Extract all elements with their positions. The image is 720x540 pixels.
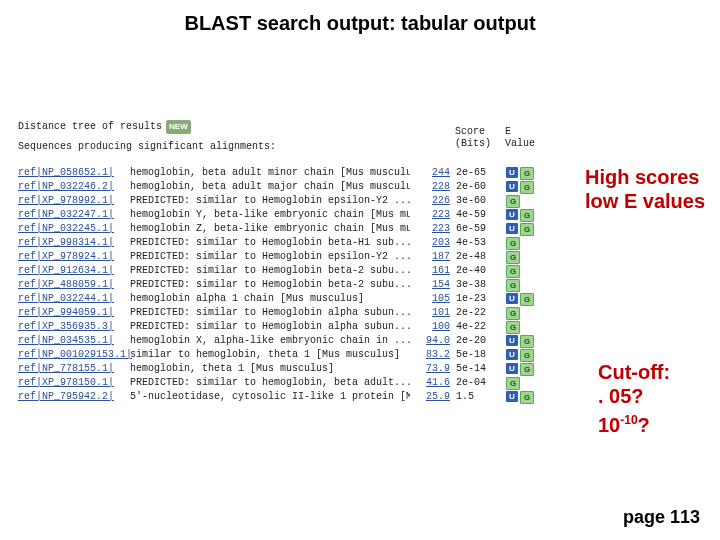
gene-icon[interactable]: G: [520, 223, 534, 236]
gene-icon[interactable]: G: [520, 391, 534, 404]
accession-link[interactable]: ref|XP_978150.1|: [18, 376, 130, 390]
table-row: ref|NP_778155.1|hemoglobin, theta 1 [Mus…: [18, 362, 578, 376]
e-value: 2e-40: [450, 264, 502, 278]
description: hemoglobin Y, beta-like embryonic chain …: [130, 208, 410, 222]
score-link[interactable]: 41.6: [410, 376, 450, 390]
description: hemoglobin X, alpha-like embryonic chain…: [130, 334, 410, 348]
table-row: ref|XP_978992.1|PREDICTED: similar to He…: [18, 194, 578, 208]
accession-link[interactable]: ref|NP_795942.2|: [18, 390, 130, 404]
gene-icon[interactable]: G: [520, 335, 534, 348]
score-link[interactable]: 226: [410, 194, 450, 208]
link-icons: G: [502, 195, 520, 208]
column-headers: Score E (Bits) Value: [455, 126, 545, 150]
accession-link[interactable]: ref|XP_978924.1|: [18, 250, 130, 264]
link-icons: UG: [502, 391, 534, 404]
score-link[interactable]: 101: [410, 306, 450, 320]
unigene-icon[interactable]: U: [506, 223, 518, 234]
header-eval1: E: [505, 126, 545, 138]
table-row: ref|NP_032247.1|hemoglobin Y, beta-like …: [18, 208, 578, 222]
gene-icon[interactable]: G: [520, 167, 534, 180]
gene-icon[interactable]: G: [506, 265, 520, 278]
e-value: 6e-59: [450, 222, 502, 236]
accession-link[interactable]: ref|NP_001029153.1|: [18, 348, 130, 362]
score-link[interactable]: 154: [410, 278, 450, 292]
accession-link[interactable]: ref|XP_978992.1|: [18, 194, 130, 208]
description: hemoglobin, theta 1 [Mus musculus]: [130, 362, 410, 376]
e-value: 2e-60: [450, 180, 502, 194]
score-link[interactable]: 73.9: [410, 362, 450, 376]
unigene-icon[interactable]: U: [506, 167, 518, 178]
score-link[interactable]: 25.9: [410, 390, 450, 404]
e-value: 1e-23: [450, 292, 502, 306]
gene-icon[interactable]: G: [506, 237, 520, 250]
description: hemoglobin alpha 1 chain [Mus musculus]: [130, 292, 410, 306]
page-number: page 113: [623, 507, 700, 528]
e-value: 5e-18: [450, 348, 502, 362]
score-link[interactable]: 83.2: [410, 348, 450, 362]
description: hemoglobin, beta adult major chain [Mus …: [130, 180, 410, 194]
link-icons: G: [502, 307, 520, 320]
score-link[interactable]: 244: [410, 166, 450, 180]
accession-link[interactable]: ref|NP_778155.1|: [18, 362, 130, 376]
unigene-icon[interactable]: U: [506, 293, 518, 304]
accession-link[interactable]: ref|NP_032244.1|: [18, 292, 130, 306]
gene-icon[interactable]: G: [506, 279, 520, 292]
accession-link[interactable]: ref|NP_058652.1|: [18, 166, 130, 180]
accession-link[interactable]: ref|XP_356935.3|: [18, 320, 130, 334]
link-icons: UG: [502, 293, 534, 306]
e-value: 1.5: [450, 390, 502, 404]
gene-icon[interactable]: G: [520, 293, 534, 306]
unigene-icon[interactable]: U: [506, 363, 518, 374]
gene-icon[interactable]: G: [506, 321, 520, 334]
accession-link[interactable]: ref|XP_912634.1|: [18, 264, 130, 278]
gene-icon[interactable]: G: [520, 209, 534, 222]
unigene-icon[interactable]: U: [506, 391, 518, 402]
unigene-icon[interactable]: U: [506, 181, 518, 192]
score-link[interactable]: 223: [410, 222, 450, 236]
link-icons: G: [502, 377, 520, 390]
description: PREDICTED: similar to Hemoglobin alpha s…: [130, 306, 410, 320]
gene-icon[interactable]: G: [506, 195, 520, 208]
table-row: ref|XP_978924.1|PREDICTED: similar to He…: [18, 250, 578, 264]
unigene-icon[interactable]: U: [506, 335, 518, 346]
description: PREDICTED: similar to Hemoglobin beta-2 …: [130, 264, 410, 278]
result-rows: ref|NP_058652.1|hemoglobin, beta adult m…: [18, 166, 578, 404]
accession-link[interactable]: ref|NP_032246.2|: [18, 180, 130, 194]
gene-icon[interactable]: G: [506, 251, 520, 264]
score-link[interactable]: 94.0: [410, 334, 450, 348]
score-link[interactable]: 203: [410, 236, 450, 250]
description: hemoglobin Z, beta-like embryonic chain …: [130, 222, 410, 236]
score-link[interactable]: 228: [410, 180, 450, 194]
description: similar to hemoglobin, theta 1 [Mus musc…: [130, 348, 410, 362]
link-icons: G: [502, 237, 520, 250]
description: PREDICTED: similar to Hemoglobin alpha s…: [130, 320, 410, 334]
score-link[interactable]: 100: [410, 320, 450, 334]
accession-link[interactable]: ref|NP_034535.1|: [18, 334, 130, 348]
description: PREDICTED: similar to Hemoglobin epsilon…: [130, 194, 410, 208]
ann-bottom-line1: Cut-off:: [598, 360, 670, 384]
link-icons: G: [502, 265, 520, 278]
gene-icon[interactable]: G: [520, 363, 534, 376]
e-value: 3e-60: [450, 194, 502, 208]
score-link[interactable]: 105: [410, 292, 450, 306]
gene-icon[interactable]: G: [520, 349, 534, 362]
e-value: 2e-22: [450, 306, 502, 320]
e-value: 5e-14: [450, 362, 502, 376]
table-row: ref|NP_001029153.1| similar to hemoglobi…: [18, 348, 578, 362]
score-link[interactable]: 161: [410, 264, 450, 278]
accession-link[interactable]: ref|NP_032245.1|: [18, 222, 130, 236]
accession-link[interactable]: ref|NP_032247.1|: [18, 208, 130, 222]
unigene-icon[interactable]: U: [506, 209, 518, 220]
e-value: 4e-53: [450, 236, 502, 250]
gene-icon[interactable]: G: [506, 377, 520, 390]
accession-link[interactable]: ref|XP_488059.1|: [18, 278, 130, 292]
accession-link[interactable]: ref|XP_994059.1|: [18, 306, 130, 320]
score-link[interactable]: 223: [410, 208, 450, 222]
gene-icon[interactable]: G: [520, 181, 534, 194]
accession-link[interactable]: ref|XP_998314.1|: [18, 236, 130, 250]
ann-top-line2: low E values: [585, 189, 705, 213]
unigene-icon[interactable]: U: [506, 349, 518, 360]
score-link[interactable]: 187: [410, 250, 450, 264]
gene-icon[interactable]: G: [506, 307, 520, 320]
description: PREDICTED: similar to Hemoglobin beta-2 …: [130, 278, 410, 292]
